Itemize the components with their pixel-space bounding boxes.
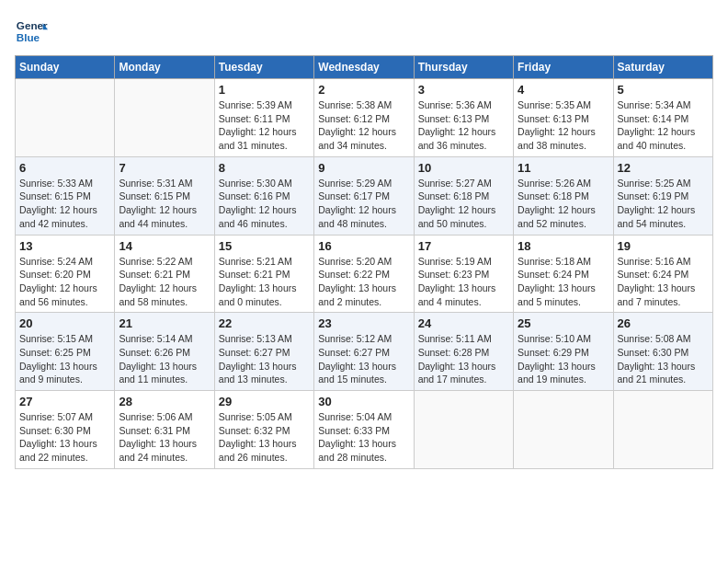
- day-number: 9: [318, 161, 409, 175]
- calendar-day-cell: 29Sunrise: 5:05 AM Sunset: 6:32 PM Dayli…: [214, 391, 313, 469]
- day-info: Sunrise: 5:13 AM Sunset: 6:27 PM Dayligh…: [219, 332, 310, 386]
- day-info: Sunrise: 5:36 AM Sunset: 6:13 PM Dayligh…: [418, 98, 509, 153]
- calendar-day-cell: 12Sunrise: 5:25 AM Sunset: 6:19 PM Dayli…: [613, 156, 712, 235]
- header-saturday: Saturday: [613, 56, 712, 79]
- calendar: SundayMondayTuesdayWednesdayThursdayFrid…: [15, 55, 713, 469]
- logo: General Blue: [15, 15, 51, 48]
- day-info: Sunrise: 5:25 AM Sunset: 6:19 PM Dayligh…: [618, 177, 709, 231]
- calendar-week-row: 13Sunrise: 5:24 AM Sunset: 6:20 PM Dayli…: [16, 235, 713, 313]
- calendar-day-cell: 28Sunrise: 5:06 AM Sunset: 6:31 PM Dayli…: [115, 391, 214, 469]
- day-info: Sunrise: 5:22 AM Sunset: 6:21 PM Dayligh…: [119, 255, 210, 309]
- day-info: Sunrise: 5:21 AM Sunset: 6:21 PM Dayligh…: [219, 255, 310, 309]
- day-number: 14: [119, 239, 210, 253]
- calendar-day-cell: 9Sunrise: 5:29 AM Sunset: 6:17 PM Daylig…: [314, 156, 414, 235]
- calendar-day-cell: 30Sunrise: 5:04 AM Sunset: 6:33 PM Dayli…: [314, 391, 414, 469]
- calendar-day-cell: 17Sunrise: 5:19 AM Sunset: 6:23 PM Dayli…: [414, 235, 513, 313]
- calendar-day-cell: 1Sunrise: 5:39 AM Sunset: 6:11 PM Daylig…: [214, 79, 313, 157]
- calendar-day-cell: 14Sunrise: 5:22 AM Sunset: 6:21 PM Dayli…: [115, 235, 214, 313]
- day-number: 8: [219, 161, 310, 175]
- day-info: Sunrise: 5:12 AM Sunset: 6:27 PM Dayligh…: [318, 332, 409, 386]
- day-number: 3: [418, 83, 509, 97]
- day-number: 25: [518, 316, 609, 330]
- calendar-day-cell: 3Sunrise: 5:36 AM Sunset: 6:13 PM Daylig…: [414, 79, 513, 157]
- day-number: 2: [318, 83, 409, 97]
- calendar-day-cell: [414, 391, 513, 469]
- day-info: Sunrise: 5:30 AM Sunset: 6:16 PM Dayligh…: [219, 177, 310, 231]
- day-number: 18: [518, 239, 609, 253]
- day-info: Sunrise: 5:31 AM Sunset: 6:15 PM Dayligh…: [119, 177, 210, 231]
- calendar-day-cell: 6Sunrise: 5:33 AM Sunset: 6:15 PM Daylig…: [16, 156, 115, 235]
- calendar-week-row: 20Sunrise: 5:15 AM Sunset: 6:25 PM Dayli…: [16, 313, 713, 391]
- calendar-day-cell: 19Sunrise: 5:16 AM Sunset: 6:24 PM Dayli…: [613, 235, 712, 313]
- day-info: Sunrise: 5:24 AM Sunset: 6:20 PM Dayligh…: [19, 255, 110, 309]
- day-number: 16: [318, 239, 409, 253]
- day-info: Sunrise: 5:14 AM Sunset: 6:26 PM Dayligh…: [119, 332, 210, 386]
- header-tuesday: Tuesday: [214, 56, 313, 79]
- calendar-day-cell: 16Sunrise: 5:20 AM Sunset: 6:22 PM Dayli…: [314, 235, 414, 313]
- day-number: 22: [219, 316, 310, 330]
- day-number: 19: [618, 239, 709, 253]
- day-number: 12: [618, 161, 709, 175]
- calendar-day-cell: 4Sunrise: 5:35 AM Sunset: 6:13 PM Daylig…: [514, 79, 613, 157]
- day-number: 6: [19, 161, 110, 175]
- day-info: Sunrise: 5:27 AM Sunset: 6:18 PM Dayligh…: [418, 177, 509, 231]
- day-number: 10: [418, 161, 509, 175]
- header-thursday: Thursday: [414, 56, 513, 79]
- calendar-day-cell: 23Sunrise: 5:12 AM Sunset: 6:27 PM Dayli…: [314, 313, 414, 391]
- day-info: Sunrise: 5:08 AM Sunset: 6:30 PM Dayligh…: [618, 332, 709, 386]
- day-info: Sunrise: 5:11 AM Sunset: 6:28 PM Dayligh…: [418, 332, 509, 386]
- day-info: Sunrise: 5:38 AM Sunset: 6:12 PM Dayligh…: [318, 98, 409, 153]
- calendar-day-cell: 10Sunrise: 5:27 AM Sunset: 6:18 PM Dayli…: [414, 156, 513, 235]
- calendar-day-cell: 26Sunrise: 5:08 AM Sunset: 6:30 PM Dayli…: [613, 313, 712, 391]
- calendar-day-cell: 18Sunrise: 5:18 AM Sunset: 6:24 PM Dayli…: [514, 235, 613, 313]
- calendar-day-cell: [613, 391, 712, 469]
- day-number: 1: [219, 83, 310, 97]
- calendar-week-row: 27Sunrise: 5:07 AM Sunset: 6:30 PM Dayli…: [16, 391, 713, 469]
- day-info: Sunrise: 5:35 AM Sunset: 6:13 PM Dayligh…: [518, 98, 609, 153]
- calendar-day-cell: 15Sunrise: 5:21 AM Sunset: 6:21 PM Dayli…: [214, 235, 313, 313]
- calendar-day-cell: 5Sunrise: 5:34 AM Sunset: 6:14 PM Daylig…: [613, 79, 712, 157]
- day-number: 24: [418, 316, 509, 330]
- calendar-day-cell: 13Sunrise: 5:24 AM Sunset: 6:20 PM Dayli…: [16, 235, 115, 313]
- day-number: 26: [618, 316, 709, 330]
- day-number: 20: [19, 316, 110, 330]
- day-info: Sunrise: 5:06 AM Sunset: 6:31 PM Dayligh…: [119, 410, 210, 465]
- day-number: 30: [318, 395, 409, 408]
- day-info: Sunrise: 5:20 AM Sunset: 6:22 PM Dayligh…: [318, 255, 409, 309]
- calendar-day-cell: 20Sunrise: 5:15 AM Sunset: 6:25 PM Dayli…: [16, 313, 115, 391]
- day-info: Sunrise: 5:05 AM Sunset: 6:32 PM Dayligh…: [219, 410, 310, 465]
- calendar-day-cell: 2Sunrise: 5:38 AM Sunset: 6:12 PM Daylig…: [314, 79, 414, 157]
- logo-icon: General Blue: [15, 15, 48, 48]
- day-number: 29: [219, 395, 310, 408]
- calendar-day-cell: 8Sunrise: 5:30 AM Sunset: 6:16 PM Daylig…: [214, 156, 313, 235]
- day-info: Sunrise: 5:39 AM Sunset: 6:11 PM Dayligh…: [219, 98, 310, 153]
- day-info: Sunrise: 5:04 AM Sunset: 6:33 PM Dayligh…: [318, 410, 409, 465]
- calendar-day-cell: [514, 391, 613, 469]
- day-info: Sunrise: 5:18 AM Sunset: 6:24 PM Dayligh…: [518, 255, 609, 309]
- day-info: Sunrise: 5:33 AM Sunset: 6:15 PM Dayligh…: [19, 177, 110, 231]
- day-number: 28: [119, 395, 210, 408]
- day-number: 15: [219, 239, 310, 253]
- calendar-header-row: SundayMondayTuesdayWednesdayThursdayFrid…: [16, 56, 713, 79]
- day-number: 21: [119, 316, 210, 330]
- day-number: 4: [518, 83, 609, 97]
- day-info: Sunrise: 5:16 AM Sunset: 6:24 PM Dayligh…: [618, 255, 709, 309]
- day-info: Sunrise: 5:26 AM Sunset: 6:18 PM Dayligh…: [518, 177, 609, 231]
- day-number: 7: [119, 161, 210, 175]
- calendar-day-cell: 27Sunrise: 5:07 AM Sunset: 6:30 PM Dayli…: [16, 391, 115, 469]
- calendar-day-cell: [16, 79, 115, 157]
- calendar-day-cell: 21Sunrise: 5:14 AM Sunset: 6:26 PM Dayli…: [115, 313, 214, 391]
- calendar-week-row: 6Sunrise: 5:33 AM Sunset: 6:15 PM Daylig…: [16, 156, 713, 235]
- day-number: 23: [318, 316, 409, 330]
- day-number: 11: [518, 161, 609, 175]
- header-wednesday: Wednesday: [314, 56, 414, 79]
- day-info: Sunrise: 5:29 AM Sunset: 6:17 PM Dayligh…: [318, 177, 409, 231]
- calendar-day-cell: 22Sunrise: 5:13 AM Sunset: 6:27 PM Dayli…: [214, 313, 313, 391]
- header-friday: Friday: [514, 56, 613, 79]
- day-info: Sunrise: 5:19 AM Sunset: 6:23 PM Dayligh…: [418, 255, 509, 309]
- day-info: Sunrise: 5:07 AM Sunset: 6:30 PM Dayligh…: [19, 410, 110, 465]
- calendar-day-cell: 25Sunrise: 5:10 AM Sunset: 6:29 PM Dayli…: [514, 313, 613, 391]
- calendar-day-cell: 11Sunrise: 5:26 AM Sunset: 6:18 PM Dayli…: [514, 156, 613, 235]
- header-monday: Monday: [115, 56, 214, 79]
- day-info: Sunrise: 5:15 AM Sunset: 6:25 PM Dayligh…: [19, 332, 110, 386]
